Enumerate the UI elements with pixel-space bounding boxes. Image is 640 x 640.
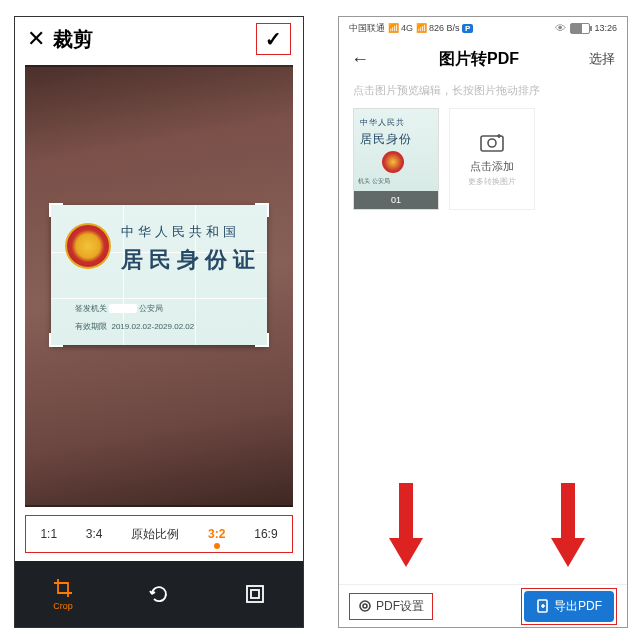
id-card: 中华人民共和国 居民身份证 签发机关公安局 有效期限 2019.02.02-20…: [51, 205, 267, 345]
svg-rect-1: [251, 590, 259, 598]
pdf-screen: 中国联通 📶 4G 📶 826 B/s P 👁 13:26 ← 图片转PDF 选…: [338, 16, 628, 628]
crop-handle-bl[interactable]: [49, 333, 63, 347]
crop-screen: ✕ 裁剪 ✓ 中华人民共和国 居民身份证 签发机关公安局 有效期限 2019.0…: [14, 16, 304, 628]
ratio-bar: 1:1 3:4 原始比例 3:2 16:9: [25, 515, 293, 553]
confirm-highlight: ✓: [256, 23, 291, 55]
pdf-footer: PDF设置 导出PDF: [339, 584, 627, 627]
ratio-3-2[interactable]: 3:2: [208, 527, 225, 541]
camera-plus-icon: [479, 131, 505, 153]
clock: 13:26: [594, 23, 617, 33]
card-country: 中华人民共和国: [121, 223, 240, 241]
bottom-toolbar: Crop: [15, 561, 303, 627]
svg-point-7: [363, 604, 367, 608]
rotate-icon: [148, 583, 170, 605]
card-validity: 有效期限 2019.02.02-2029.02.02: [75, 321, 194, 332]
status-right: 👁 13:26: [555, 22, 617, 34]
gear-icon: [358, 599, 372, 613]
annotation-arrow-right: [547, 483, 589, 573]
ratio-3-4[interactable]: 3:4: [86, 527, 103, 541]
crop-canvas[interactable]: 中华人民共和国 居民身份证 签发机关公安局 有效期限 2019.02.02-20…: [25, 65, 293, 507]
crop-tool[interactable]: Crop: [52, 577, 74, 611]
svg-rect-0: [247, 586, 263, 602]
hint-text: 点击图片预览编辑，长按图片拖动排序: [339, 79, 627, 108]
export-pdf-button[interactable]: 导出PDF: [524, 591, 614, 622]
pdf-header: ← 图片转PDF 选择: [339, 39, 627, 79]
file-export-icon: [536, 599, 550, 613]
card-issuer: 签发机关公安局: [75, 303, 163, 314]
battery-icon: [570, 23, 590, 34]
card-type: 居民身份证: [121, 245, 261, 275]
crop-header: ✕ 裁剪 ✓: [15, 17, 303, 61]
frame-tool[interactable]: [244, 583, 266, 605]
status-left: 中国联通 📶 4G 📶 826 B/s P: [349, 22, 473, 35]
pdf-settings-button[interactable]: PDF设置: [349, 593, 433, 620]
frame-icon: [244, 583, 266, 605]
svg-rect-4: [399, 483, 413, 538]
svg-point-6: [360, 601, 370, 611]
page-title: 图片转PDF: [439, 49, 519, 70]
close-icon[interactable]: ✕: [27, 26, 45, 52]
add-image-button[interactable]: 点击添加 更多转换图片: [449, 108, 535, 210]
ratio-original[interactable]: 原始比例: [131, 526, 179, 543]
svg-point-3: [488, 139, 496, 147]
crop-handle-br[interactable]: [255, 333, 269, 347]
check-icon[interactable]: ✓: [265, 28, 282, 50]
add-sub: 更多转换图片: [468, 176, 516, 187]
crop-handle-tr[interactable]: [255, 203, 269, 217]
rotate-tool[interactable]: [148, 583, 170, 605]
annotation-arrow-left: [385, 483, 427, 573]
crop-icon: [52, 577, 74, 599]
export-highlight: 导出PDF: [521, 588, 617, 625]
back-icon[interactable]: ←: [351, 49, 369, 70]
emblem-icon: [382, 151, 404, 173]
ratio-16-9[interactable]: 16:9: [254, 527, 277, 541]
add-title: 点击添加: [470, 159, 514, 174]
select-button[interactable]: 选择: [589, 50, 615, 68]
ratio-1-1[interactable]: 1:1: [40, 527, 57, 541]
eye-icon: 👁: [555, 22, 566, 34]
crop-label: Crop: [53, 601, 73, 611]
thumb-index: 01: [354, 191, 438, 209]
image-thumb-1[interactable]: 中华人民共 居民身份 机关 公安局 01: [353, 108, 439, 210]
status-bar: 中国联通 📶 4G 📶 826 B/s P 👁 13:26: [339, 17, 627, 39]
national-emblem-icon: [65, 223, 111, 269]
svg-rect-5: [561, 483, 575, 538]
crop-title: 裁剪: [53, 26, 256, 53]
crop-handle-tl[interactable]: [49, 203, 63, 217]
image-grid: 中华人民共 居民身份 机关 公安局 01 点击添加 更多转换图片: [339, 108, 627, 210]
